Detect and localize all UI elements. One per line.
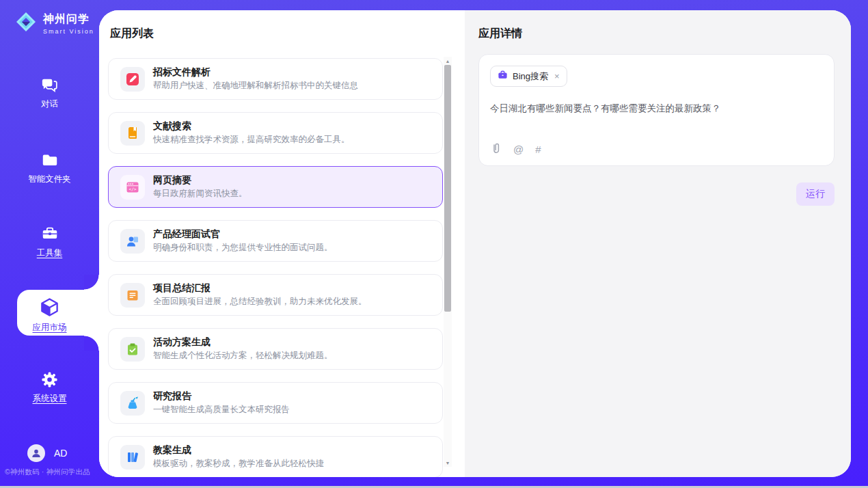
- mention-icon[interactable]: @: [513, 144, 524, 155]
- app-desc: 每日政府新闻资讯快查。: [153, 188, 247, 200]
- cube-icon: [0, 296, 99, 318]
- gear-icon: [0, 370, 99, 389]
- prompt-card[interactable]: Bing搜索 × 今日湖北有哪些新闻要点？有哪些需要关注的最新政策？ @ #: [478, 54, 835, 166]
- briefcase-icon: [498, 70, 508, 83]
- app-title: 产品经理面试官: [153, 228, 333, 240]
- app-title: 项目总结汇报: [153, 282, 367, 294]
- app-title: 研究报告: [153, 390, 290, 402]
- app-desc: 模板驱动，教案秒成，教学准备从此轻松快捷: [153, 458, 324, 470]
- book-icon: [120, 121, 145, 146]
- sidebar-item-smart-folder[interactable]: 智能文件夹: [0, 150, 99, 185]
- prompt-input[interactable]: 今日湖北有哪些新闻要点？有哪些需要关注的最新政策？: [490, 102, 823, 116]
- avatar: [27, 444, 45, 462]
- logo-title: 神州问学: [43, 12, 94, 27]
- pen-icon: [120, 67, 145, 92]
- app-desc: 帮助用户快速、准确地理解和解析招标书中的关键信息: [153, 80, 358, 92]
- sidebar-item-label: 应用市场: [0, 322, 99, 334]
- app-list-scrollbar[interactable]: ▲ ▼: [444, 57, 452, 467]
- attachment-toolbar: @ #: [491, 141, 541, 157]
- app-card-webpage-summary[interactable]: </> 网页摘要 每日政府新闻资讯快查。: [108, 166, 443, 208]
- content-area: 应用列表 招标文件解析 帮助用户快速、准确地理解和解析招标书中的关键信息: [99, 10, 851, 477]
- scrollbar-thumb[interactable]: [444, 65, 451, 312]
- app-list-title: 应用列表: [110, 27, 154, 41]
- clipboard-icon: [120, 337, 145, 362]
- app-desc: 明确身份和职责，为您提供专业性的面试问题。: [153, 242, 333, 254]
- app-detail-panel: 应用详情 Bing搜索 × 今日湖北有哪些新闻要点？有哪些需要关注的最新政策？: [465, 10, 851, 477]
- app-list-panel: 应用列表 招标文件解析 帮助用户快速、准确地理解和解析招标书中的关键信息: [99, 10, 465, 477]
- app-detail-title: 应用详情: [478, 27, 835, 41]
- app-title: 文献搜索: [153, 120, 350, 132]
- logo-subtitle: Smart Vision: [43, 28, 94, 35]
- sidebar: 神州问学 Smart Vision 对话 智能文件夹: [0, 0, 99, 488]
- app-card-bid-parsing[interactable]: 招标文件解析 帮助用户快速、准确地理解和解析招标书中的关键信息: [108, 58, 443, 100]
- copyright-footer: ©神州数码 · 神州问学出品: [5, 467, 99, 477]
- sidebar-item-label: 系统设置: [0, 393, 99, 405]
- sidebar-item-app-market[interactable]: 应用市场: [0, 296, 99, 334]
- books-icon: [120, 445, 145, 470]
- sidebar-item-label: 对话: [0, 98, 99, 110]
- app-title: 教案生成: [153, 444, 324, 456]
- research-icon: [120, 391, 145, 416]
- avatar-person-icon: [31, 448, 42, 459]
- app-title: 网页摘要: [153, 174, 247, 186]
- app-card-activity-plan[interactable]: 活动方案生成 智能生成个性化活动方案，轻松解决规划难题。: [108, 328, 443, 370]
- app-list: 招标文件解析 帮助用户快速、准确地理解和解析招标书中的关键信息 文献搜索 快速精…: [108, 57, 443, 477]
- app-title: 活动方案生成: [153, 336, 333, 348]
- toolbox-icon: [0, 224, 99, 243]
- diamond-logo-icon: [14, 10, 38, 37]
- svg-text:</>: </>: [128, 186, 136, 191]
- browser-icon: </>: [120, 175, 145, 200]
- app-card-lesson-plan[interactable]: 教案生成 模板驱动，教案秒成，教学准备从此轻松快捷: [108, 436, 443, 477]
- bubble-notch-bottom: [84, 336, 99, 351]
- app-desc: 快速精准查找学术资源，提高研究效率的必备工具。: [153, 134, 350, 146]
- scroll-up-arrow-icon[interactable]: ▲: [444, 57, 452, 65]
- user-account[interactable]: AD: [27, 444, 67, 462]
- bubble-notch-top: [84, 275, 99, 290]
- paperclip-icon[interactable]: [491, 141, 502, 157]
- app-desc: 智能生成个性化活动方案，轻松解决规划难题。: [153, 350, 333, 362]
- app-card-pm-interviewer[interactable]: 产品经理面试官 明确身份和职责，为您提供专业性的面试问题。: [108, 220, 443, 262]
- topic-icon[interactable]: #: [535, 144, 541, 155]
- scroll-down-arrow-icon[interactable]: ▼: [444, 459, 452, 467]
- sidebar-item-label: 智能文件夹: [0, 174, 99, 185]
- app-card-literature-search[interactable]: 文献搜索 快速精准查找学术资源，提高研究效率的必备工具。: [108, 112, 443, 154]
- user-name: AD: [54, 448, 67, 459]
- chip-close-icon[interactable]: ×: [554, 71, 560, 81]
- tool-chip-bing-search[interactable]: Bing搜索 ×: [490, 66, 567, 87]
- run-button[interactable]: 运行: [796, 182, 835, 206]
- app-desc: 全面回顾项目进展，总结经验教训，助力未来优化发展。: [153, 296, 367, 308]
- chat-icon: [0, 75, 99, 94]
- app-logo: 神州问学 Smart Vision: [14, 10, 94, 37]
- sidebar-item-settings[interactable]: 系统设置: [0, 370, 99, 405]
- app-card-research-report[interactable]: 研究报告 一键智能生成高质量长文本研究报告: [108, 382, 443, 424]
- folder-icon: [0, 150, 99, 170]
- sidebar-item-label: 工具集: [0, 247, 99, 259]
- app-card-project-summary[interactable]: 项目总结汇报 全面回顾项目进展，总结经验教训，助力未来优化发展。: [108, 274, 443, 316]
- sidebar-item-chat[interactable]: 对话: [0, 75, 99, 110]
- app-title: 招标文件解析: [153, 66, 358, 78]
- chip-label: Bing搜索: [513, 70, 548, 83]
- sidebar-item-toolset[interactable]: 工具集: [0, 224, 99, 259]
- interviewer-icon: [120, 229, 145, 254]
- note-icon: [120, 283, 145, 308]
- app-desc: 一键智能生成高质量长文本研究报告: [153, 404, 290, 416]
